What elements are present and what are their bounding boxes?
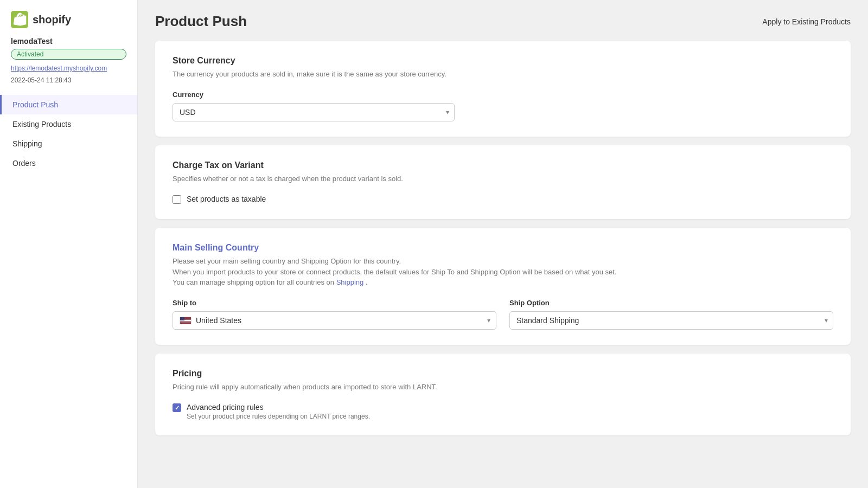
charge-tax-card: Charge Tax on Variant Specifies whether … xyxy=(155,145,851,220)
sidebar-nav: Product Push Existing Products Shipping … xyxy=(0,95,137,173)
msc-desc: Please set your main selling country and… xyxy=(173,256,833,288)
msc-desc-line1: Please set your main selling country and… xyxy=(173,257,401,265)
currency-select[interactable]: USD EUR GBP CAD AUD xyxy=(173,103,455,121)
sidebar-date: 2022-05-24 11:28:43 xyxy=(0,76,137,93)
shopify-icon: S xyxy=(11,11,28,28)
advanced-pricing-row: ✓ Advanced pricing rules Set your produc… xyxy=(173,403,833,420)
store-currency-desc: The currency your products are sold in, … xyxy=(173,69,833,80)
ship-row: Ship to United States ▾ Ship Option Stan… xyxy=(173,299,833,330)
advanced-pricing-label: Advanced pricing rules xyxy=(187,403,370,412)
advanced-pricing-checkbox[interactable]: ✓ xyxy=(173,403,181,412)
advanced-pricing-sub: Set your product price rules depending o… xyxy=(187,413,370,420)
ship-option-select-wrapper: Standard Shipping Express Shipping Free … xyxy=(509,311,833,330)
pricing-card: Pricing Pricing rule will apply automati… xyxy=(155,354,851,436)
ship-option-label: Ship Option xyxy=(509,299,833,307)
sidebar-logo-text: shopify xyxy=(33,14,71,26)
main-content: Product Push Apply to Existing Products … xyxy=(138,0,868,488)
charge-tax-desc: Specifies whether or not a tax is charge… xyxy=(173,174,833,184)
ship-to-col: Ship to United States ▾ xyxy=(173,299,496,330)
currency-label: Currency xyxy=(173,91,833,99)
msc-title: Main Selling Country xyxy=(173,243,833,253)
sidebar-store-link[interactable]: https://lemodatest.myshopify.com xyxy=(0,64,137,73)
apply-to-existing-button[interactable]: Apply to Existing Products xyxy=(762,17,851,26)
sidebar-item-shipping[interactable]: Shipping xyxy=(0,134,137,153)
sidebar-item-product-push[interactable]: Product Push xyxy=(0,95,137,114)
ship-option-select[interactable]: Standard Shipping Express Shipping Free … xyxy=(509,311,833,330)
main-selling-country-card: Main Selling Country Please set your mai… xyxy=(155,228,851,345)
msc-desc-line3: You can manage shipping option for all c… xyxy=(173,278,334,286)
taxable-checkbox-row: Set products as taxable xyxy=(173,195,833,204)
ship-to-label: Ship to xyxy=(173,299,496,307)
svg-text:S: S xyxy=(17,16,22,24)
sidebar-logo: S shopify xyxy=(0,11,137,37)
main-header: Product Push Apply to Existing Products xyxy=(155,13,851,30)
taxable-checkbox[interactable] xyxy=(173,195,181,204)
ship-to-value: United States xyxy=(196,316,241,325)
page-title: Product Push xyxy=(155,13,247,30)
pricing-title: Pricing xyxy=(173,369,833,378)
checkmark-icon: ✓ xyxy=(175,405,180,411)
store-currency-title: Store Currency xyxy=(173,56,833,66)
currency-select-wrapper: USD EUR GBP CAD AUD ▾ xyxy=(173,103,455,121)
taxable-checkbox-label: Set products as taxable xyxy=(187,195,266,203)
activated-badge: Activated xyxy=(11,49,126,60)
charge-tax-title: Charge Tax on Variant xyxy=(173,160,833,170)
sidebar-item-orders[interactable]: Orders xyxy=(0,153,137,173)
sidebar: S shopify lemodaTest Activated https://l… xyxy=(0,0,138,488)
msc-desc-line2: When you import products to your store o… xyxy=(173,268,617,276)
advanced-pricing-label-group: Advanced pricing rules Set your product … xyxy=(187,403,370,420)
store-currency-card: Store Currency The currency your product… xyxy=(155,41,851,137)
msc-shipping-link[interactable]: Shipping xyxy=(336,278,364,286)
ship-option-col: Ship Option Standard Shipping Express Sh… xyxy=(509,299,833,330)
sidebar-store-name: lemodaTest xyxy=(0,37,137,46)
sidebar-item-existing-products[interactable]: Existing Products xyxy=(0,114,137,134)
ship-to-chevron-icon: ▾ xyxy=(487,317,490,324)
us-flag-icon xyxy=(180,317,192,324)
ship-to-select[interactable]: United States ▾ xyxy=(173,311,496,330)
pricing-desc: Pricing rule will apply automatically wh… xyxy=(173,382,833,393)
